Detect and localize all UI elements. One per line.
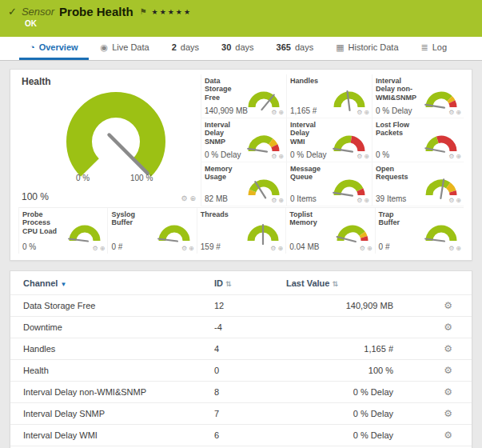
- gauge-pin-icon[interactable]: ⊕: [456, 245, 461, 252]
- gauge-handles: Handles1,165 #⚙⊕: [286, 74, 372, 118]
- flag-icon[interactable]: ⚑: [140, 7, 147, 16]
- table-row-interval-delay-non-wmi-snmp[interactable]: Interval Delay non-WMI&SNMP80 % Delay⚙: [10, 382, 472, 403]
- gauge-pin-icon[interactable]: ⊕: [364, 197, 369, 204]
- tab-label: days: [295, 42, 313, 52]
- gauge-value: 0.04 MB: [289, 242, 319, 251]
- column-header-id[interactable]: ID ⇅: [208, 271, 280, 295]
- table-row-health[interactable]: Health0100 %⚙: [10, 360, 472, 382]
- tab-365-days[interactable]: 365days: [266, 37, 325, 60]
- gauge-value: 0 #: [379, 242, 390, 251]
- channel-actions: ⚙: [400, 338, 472, 360]
- channel-settings-icon[interactable]: ⚙: [444, 430, 452, 441]
- gauge-settings-icon[interactable]: ⚙: [181, 245, 187, 252]
- gauge-icons: ⚙⊕: [93, 245, 106, 252]
- gauge-pin-icon[interactable]: ⊕: [367, 245, 372, 252]
- gauge-settings-icon[interactable]: ⚙: [271, 109, 277, 116]
- gauge-settings-icon[interactable]: ⚙: [93, 245, 98, 252]
- tab-log[interactable]: ≣Log: [411, 37, 458, 60]
- gauge-toplist-memory: Toplist Memory0.04 MB⚙⊕: [285, 208, 374, 254]
- health-gauge-title: Health: [22, 76, 51, 87]
- gauge-pin-icon[interactable]: ⊕: [278, 197, 284, 204]
- column-label: Channel: [23, 278, 58, 288]
- gauge-data-storage-free: Data Storage Free140,909 MB⚙⊕: [201, 74, 286, 118]
- channel-settings-icon[interactable]: ⚙: [444, 386, 452, 398]
- channel-settings-icon[interactable]: ⚙: [444, 408, 452, 419]
- gauge-settings-icon[interactable]: ⚙: [360, 245, 365, 252]
- gauge-settings-icon[interactable]: ⚙: [271, 197, 277, 204]
- gauge-settings-icon[interactable]: ⚙: [448, 245, 454, 252]
- gauge-pin-icon[interactable]: ⊕: [456, 109, 461, 116]
- gauge-value: 0 Items: [290, 194, 317, 203]
- table-row-handles[interactable]: Handles41,165 #⚙: [10, 338, 472, 360]
- gauge-settings-icon[interactable]: ⚙: [448, 197, 454, 204]
- gauge-settings-icon[interactable]: ⚙: [270, 245, 276, 252]
- table-row-interval-delay-snmp[interactable]: Interval Delay SNMP70 % Delay⚙: [10, 403, 472, 425]
- channel-settings-icon[interactable]: ⚙: [444, 322, 452, 333]
- gauge-interval-delay-non-wmi-snmp: Interval Delay non-WMI&SNMP0 % Delay⚙⊕: [372, 74, 464, 118]
- channel-table-header-row: Channel ▼ ID ⇅ Last Value ⇅: [10, 271, 472, 295]
- gauge-pin-icon[interactable]: ⊕: [100, 245, 106, 252]
- tab-2-days[interactable]: 2days: [161, 37, 209, 60]
- channel-last-value: 1,165 #: [280, 338, 400, 360]
- tab-30-days[interactable]: 30days: [211, 37, 265, 60]
- gauge-bottom-row: Probe Process CPU Load0 %⚙⊕Syslog Buffer…: [18, 207, 464, 254]
- table-row-data-storage-free[interactable]: Data Storage Free12140,909 MB⚙: [10, 295, 472, 317]
- gauge-settings-icon[interactable]: ⚙: [271, 153, 277, 160]
- gauge-interval-delay-wmi: Interval Delay WMI0 % Delay⚙⊕: [286, 118, 372, 162]
- gauge-settings-icon[interactable]: ⚙: [357, 197, 362, 204]
- column-label: Last Value: [286, 278, 329, 288]
- tab-label: days: [181, 42, 199, 52]
- gauge-icons: ⚙⊕: [271, 153, 284, 160]
- gauge-pin-icon[interactable]: ⊕: [456, 197, 461, 204]
- health-gauge: Health 0 % 100 % 100 % ⚙ ⊕: [18, 74, 201, 207]
- gauge-pin-icon[interactable]: ⊕: [364, 109, 369, 116]
- gauge-settings-icon[interactable]: ⚙: [357, 109, 362, 116]
- gauge-icons: ⚙⊕: [448, 197, 461, 204]
- gauge-icons: ⚙⊕: [448, 153, 461, 160]
- table-row-interval-delay-wmi[interactable]: Interval Delay WMI60 % Delay⚙: [10, 425, 472, 446]
- gauge-dial: [242, 218, 284, 246]
- health-gauge-max-label: 100 %: [130, 174, 153, 182]
- prtg-sensor-page: ✓ Sensor Probe Health ⚑ ★★★★★ OK ◔Overvi…: [0, 0, 482, 448]
- gauge-icons: ⚙⊕: [448, 245, 461, 252]
- column-header-channel[interactable]: Channel ▼: [10, 271, 208, 295]
- column-header-actions: [400, 271, 472, 295]
- sensor-type-label: Sensor: [22, 6, 54, 18]
- gauges-panel: Health 0 % 100 % 100 % ⚙ ⊕ Data Storage …: [10, 69, 472, 261]
- gauge-settings-icon[interactable]: ⚙: [357, 153, 362, 160]
- channel-settings-icon[interactable]: ⚙: [444, 300, 452, 311]
- gauge-dial: [420, 218, 462, 246]
- tab-live-data[interactable]: ◉Live Data: [90, 37, 160, 60]
- column-header-last-value[interactable]: Last Value ⇅: [280, 271, 400, 295]
- channel-settings-icon[interactable]: ⚙: [444, 365, 452, 376]
- gauge-pin-icon[interactable]: ⊕: [277, 245, 283, 252]
- sort-icon[interactable]: ⇅: [332, 280, 338, 288]
- gauge-value: 39 Items: [376, 194, 406, 203]
- tab-overview[interactable]: ◔Overview: [19, 37, 89, 60]
- gauge-settings-icon[interactable]: ⚙: [448, 153, 454, 160]
- channel-name: Health: [10, 360, 208, 382]
- gauge-pin-icon[interactable]: ⊕: [189, 245, 194, 252]
- gauge-settings-icon[interactable]: ⚙: [181, 194, 187, 202]
- gauge-icons: ⚙⊕: [271, 197, 284, 204]
- tab-historic-data[interactable]: ▦Historic Data: [325, 37, 408, 60]
- channel-id: 6: [208, 425, 280, 446]
- gauge-pin-icon[interactable]: ⊕: [278, 109, 284, 116]
- gauge-pin-icon[interactable]: ⊕: [456, 153, 461, 160]
- priority-stars[interactable]: ★★★★★: [152, 8, 192, 16]
- gauge-pin-icon[interactable]: ⊕: [189, 194, 196, 202]
- channel-id: 12: [208, 295, 280, 317]
- sort-icon[interactable]: ⇅: [225, 280, 232, 288]
- channel-table: Channel ▼ ID ⇅ Last Value ⇅: [10, 271, 472, 448]
- gauge-value: 0 % Delay: [376, 106, 412, 115]
- gauge-pin-icon[interactable]: ⊕: [278, 153, 284, 160]
- table-row-downtime[interactable]: Downtime-4⚙: [10, 317, 472, 338]
- sort-desc-icon[interactable]: ▼: [60, 281, 66, 288]
- gauge-pin-icon[interactable]: ⊕: [364, 153, 369, 160]
- channel-actions: ⚙: [400, 425, 472, 446]
- sensor-status-header: ✓ Sensor Probe Health ⚑ ★★★★★ OK: [0, 0, 482, 37]
- gauge-icons: ⚙⊕: [181, 245, 194, 252]
- gauge-settings-icon[interactable]: ⚙: [448, 109, 454, 116]
- channel-settings-icon[interactable]: ⚙: [444, 343, 452, 354]
- gauge-value: 0 % Delay: [205, 150, 241, 159]
